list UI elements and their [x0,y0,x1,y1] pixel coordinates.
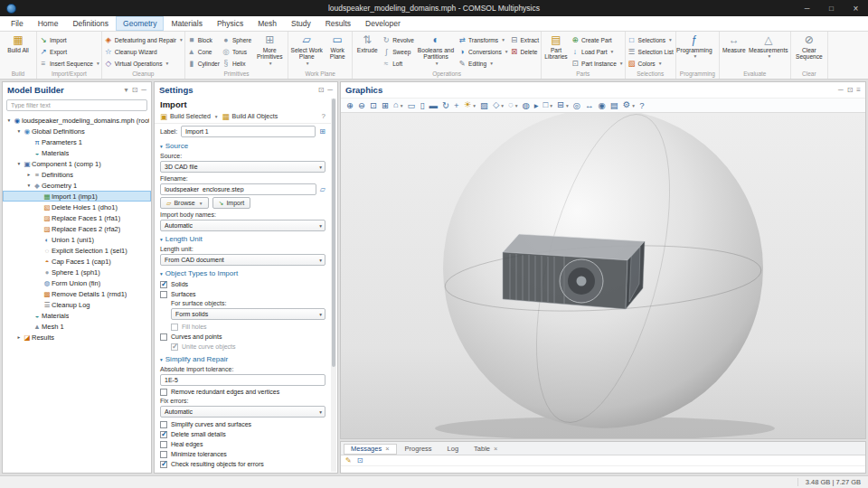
graphics-help-icon[interactable]: ? [639,98,644,113]
cleanup-wizard-button[interactable]: ☆ Cleanup Wizard [104,46,183,57]
close-window-button[interactable]: × [844,0,868,16]
simplify-curves-checkbox[interactable]: Simplify curves and surfaces [155,419,331,429]
build-all-objects-button[interactable]: ▦ Build All Objects [222,112,278,121]
insert-sequence-button[interactable]: ≡ Insert Sequence [39,58,99,69]
tab-file[interactable]: File [4,16,31,31]
colors-button[interactable]: ▧ Colors [627,58,674,69]
for-surface-objects-select[interactable]: Form solids [171,308,326,320]
block-button[interactable]: ■ Block [187,34,220,45]
tree-replace-faces-2[interactable]: ▨ Replace Faces 2 (rfa2) [3,223,151,234]
graphics-menu-icon[interactable]: ≡ [856,86,861,94]
tree-cap-faces[interactable]: ◓ Cap Faces 1 (cap1) [3,256,151,267]
virtual-operations-button[interactable]: ◇ Virtual Operations [104,58,183,69]
tab-log[interactable]: Log [440,444,467,455]
view-zx-icon[interactable]: ▬ [429,98,439,113]
delete-button[interactable]: ⊠ Delete [509,46,539,57]
zoom-in-icon[interactable]: ⊕ [346,98,354,113]
select-box-icon[interactable]: □ [543,98,553,113]
minimize-tolerances-checkbox[interactable]: Minimize tolerances [155,449,331,459]
tab-progress[interactable]: Progress [398,444,439,455]
wireframe-icon[interactable]: ◇ [493,98,504,113]
tolerance-input[interactable] [160,374,326,386]
sweep-button[interactable]: ∫ Sweep [382,46,414,57]
go-to-default-view-icon[interactable]: ⌂ [393,98,403,113]
hide-objects-icon[interactable]: ◌ [508,98,517,113]
conversions-button[interactable]: ◑ Conversions [458,46,507,57]
tab-messages[interactable]: Messages [344,444,397,455]
loft-button[interactable]: ≈ Loft [382,58,414,69]
settings-scrollbar[interactable] [331,99,336,472]
model-builder-minimize-icon[interactable]: ─ [141,86,146,94]
tree-expander-icon[interactable]: ▾ [25,183,33,188]
tree-import[interactable]: ▦ Import 1 (imp1) [3,191,151,202]
view-yz-icon[interactable]: ▯ [420,98,424,113]
revolve-button[interactable]: ↻ Revolve [382,34,414,45]
tree-form-union[interactable]: ◍ Form Union (fin) [3,277,151,288]
tree-explicit-selection[interactable]: ◌ Explicit Selection 1 (sel1) [3,245,151,256]
build-all-button[interactable]: ▦ Build All [2,33,34,53]
fix-errors-select[interactable]: Automatic [160,406,326,418]
selections-button[interactable]: □ Selections [627,34,674,45]
curves-and-points-checkbox[interactable]: Curves and points [155,332,331,342]
tree-expander-icon[interactable]: ▾ [15,128,23,134]
work-plane-button[interactable]: ▭ Work Plane [325,33,350,61]
measurements-button[interactable]: △ Measurements [749,33,788,59]
tab-geometry[interactable]: Geometry [116,16,164,31]
load-part-button[interactable]: ↓ Load Part [571,46,623,57]
extrude-button[interactable]: ⇅ Extrude [354,33,380,53]
tree-expander-icon[interactable]: ▾ [5,117,13,123]
cone-button[interactable]: ▲ Cone [187,46,220,57]
tree-remove-details[interactable]: ▩ Remove Details 1 (rmd1) [3,288,151,299]
tab-study[interactable]: Study [284,16,318,31]
tree-mesh[interactable]: ▲ Mesh 1 [3,321,151,332]
tree-union[interactable]: ◐ Union 1 (uni1) [3,234,151,245]
scene-light-icon[interactable]: ☀ [464,98,476,113]
tree-delete-holes[interactable]: ▧ Delete Holes 1 (dho1) [3,202,151,212]
tree-results[interactable]: ▸ ◪ Results [3,332,151,343]
plot-settings-icon[interactable]: ⚙ [623,98,635,113]
sphere-button[interactable]: ● Sphere [222,34,251,45]
defeaturing-and-repair-button[interactable]: ◈ Defeaturing and Repair [104,34,183,45]
section-object-types[interactable]: Object Types to Import [155,267,331,279]
tree-parameters[interactable]: π Parameters 1 [3,136,151,147]
zoom-extents-icon[interactable]: ⊡ [370,98,377,113]
tree-sphere[interactable]: ● Sphere 1 (sph1) [3,267,151,277]
tab-home[interactable]: Home [31,16,66,31]
pan-view-icon[interactable]: + [454,98,459,113]
settings-help-icon[interactable]: ? [322,112,326,120]
tree-expander-icon[interactable]: ▸ [25,172,33,177]
tab-developer[interactable]: Developer [358,16,408,31]
tree-replace-faces-1[interactable]: ▨ Replace Faces 1 (rfa1) [3,212,151,223]
tab-mesh[interactable]: Mesh [250,16,284,31]
measure-button[interactable]: ↔ Measure [722,33,747,53]
tree-materials-global[interactable]: ◒ Materials [3,147,151,158]
image-snapshot-icon[interactable]: ◉ [599,98,606,113]
part-instance-button[interactable]: ⊡ Part Instance [571,58,623,69]
measure-distance-icon[interactable]: ↔ [585,98,594,113]
clear-messages-icon[interactable]: ✎ [345,456,352,465]
tab-table[interactable]: Table [467,444,505,455]
model-builder-float-icon[interactable]: ⊡ [132,86,138,94]
tree-component[interactable]: ▾ ▣ Component 1 (comp 1) [3,158,151,169]
selection-list-button[interactable]: ☰ Selection List [627,46,674,57]
label-input[interactable] [181,126,316,137]
maximize-window-button[interactable]: □ [819,0,844,16]
rotate-view-icon[interactable]: ↻ [442,98,449,113]
tab-definitions[interactable]: Definitions [65,16,116,31]
settings-minimize-icon[interactable]: ─ [327,86,333,94]
transforms-button[interactable]: ⇄ Transforms [458,34,507,45]
editing-button[interactable]: ✎ Editing [458,58,507,69]
graphics-float-icon[interactable]: ⊡ [847,86,854,94]
cylinder-button[interactable]: ▮ Cylinder [187,58,220,69]
print-icon[interactable]: ▤ [610,98,618,113]
source-select[interactable]: 3D CAD file [160,161,326,173]
fill-holes-checkbox[interactable]: Fill holes [165,322,331,332]
recent-files-icon[interactable]: ▱ [320,185,326,193]
tree-expander-icon[interactable]: ▾ [15,161,23,166]
section-simplify-repair[interactable]: Simplify and Repair [155,353,331,365]
settings-float-icon[interactable]: ⊡ [318,86,325,94]
extract-button[interactable]: ⊟ Extract [509,34,539,45]
tree-cleanup-log[interactable]: ☰ Cleanup Log [3,299,151,310]
filename-input[interactable] [160,183,316,195]
part-libraries-button[interactable]: ▤ Part Libraries [543,33,569,61]
